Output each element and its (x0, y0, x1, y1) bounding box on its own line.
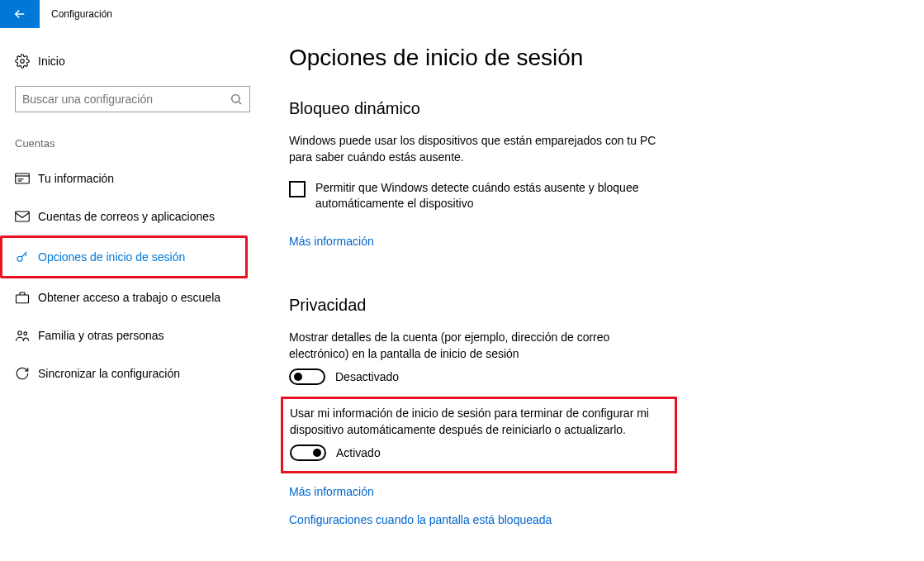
dynamic-lock-checkbox-row: Permitir que Windows detecte cuándo está… (289, 180, 669, 212)
svg-rect-11 (17, 295, 29, 303)
sidebar-item-signin-options[interactable]: Opciones de inicio de sesión (15, 238, 245, 276)
search-box[interactable] (15, 86, 250, 112)
lockscreen-settings-link[interactable]: Configuraciones cuando la pantalla está … (289, 513, 727, 526)
briefcase-icon (15, 291, 38, 304)
back-button[interactable] (0, 0, 40, 28)
svg-point-13 (24, 332, 27, 335)
sync-icon (15, 366, 38, 381)
dynamic-lock-checkbox-label: Permitir que Windows detecte cuándo está… (315, 180, 669, 212)
key-icon (15, 250, 38, 264)
privacy-opt1-description: Mostrar detalles de la cuenta (por ejemp… (289, 330, 669, 362)
window-title: Configuración (40, 8, 112, 20)
svg-rect-7 (16, 212, 30, 221)
dynamic-lock-description: Windows puede usar los dispositivos que … (289, 133, 669, 165)
sidebar-home[interactable]: Inicio (15, 45, 264, 78)
svg-line-10 (25, 254, 26, 255)
sidebar-home-label: Inicio (38, 55, 65, 68)
svg-point-0 (21, 59, 25, 64)
gear-icon (15, 54, 38, 69)
main-content: Opciones de inicio de sesión Bloqueo din… (264, 45, 760, 541)
sidebar-section-label: Cuentas (15, 137, 264, 150)
mail-icon (15, 211, 38, 222)
titlebar: Configuración (0, 0, 924, 28)
sidebar-item-label: Cuentas de correos y aplicaciones (38, 210, 215, 223)
dynamic-lock-more-link[interactable]: Más información (289, 235, 727, 248)
svg-line-2 (239, 102, 241, 104)
sidebar-item-label: Tu información (38, 172, 114, 185)
privacy-more-link[interactable]: Más información (289, 485, 727, 498)
sidebar-item-sync[interactable]: Sincronizar la configuración (15, 354, 264, 392)
sidebar-item-email-accounts[interactable]: Cuentas de correos y aplicaciones (15, 197, 264, 235)
sidebar-item-your-info[interactable]: Tu información (15, 159, 264, 197)
section-dynamic-lock-title: Bloqueo dinámico (289, 99, 727, 118)
search-icon (230, 93, 243, 106)
sidebar-item-family[interactable]: Familia y otras personas (15, 316, 264, 354)
privacy-opt1-toggle[interactable] (289, 368, 325, 385)
search-input[interactable] (22, 93, 230, 106)
arrow-left-icon (12, 7, 27, 21)
section-privacy-title: Privacidad (289, 296, 727, 315)
sidebar-item-label: Obtener acceso a trabajo o escuela (38, 291, 220, 304)
svg-rect-3 (16, 174, 30, 183)
privacy-opt2-description: Usar mi información de inicio de sesión … (290, 406, 653, 438)
sidebar-item-label: Opciones de inicio de sesión (38, 250, 185, 264)
privacy-opt2-state: Activado (336, 446, 381, 459)
privacy-opt1-state: Desactivado (335, 370, 399, 383)
sidebar: Inicio Cuentas Tu información Cuentas de… (0, 45, 264, 541)
people-icon (15, 329, 38, 342)
sidebar-item-label: Familia y otras personas (38, 329, 164, 342)
sidebar-item-work-school[interactable]: Obtener acceso a trabajo o escuela (15, 278, 264, 316)
page-title: Opciones de inicio de sesión (289, 45, 727, 71)
privacy-opt2-toggle[interactable] (290, 445, 326, 461)
dynamic-lock-checkbox[interactable] (289, 181, 306, 197)
sidebar-item-label: Sincronizar la configuración (38, 367, 180, 380)
id-card-icon (15, 173, 38, 184)
svg-point-12 (18, 331, 22, 335)
svg-point-1 (232, 95, 239, 102)
